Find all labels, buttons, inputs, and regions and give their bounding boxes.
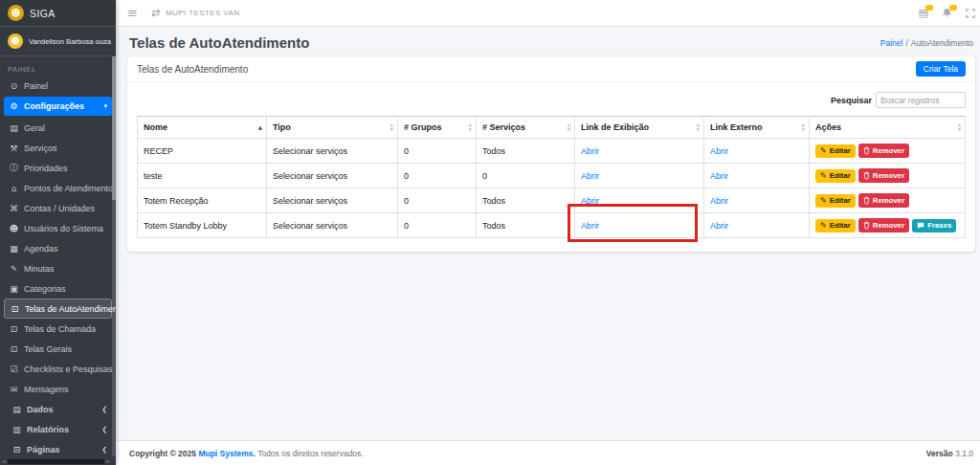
menu-toggle-icon[interactable]: ≡: [127, 7, 138, 19]
search-input[interactable]: [876, 92, 966, 108]
link-exibicao-abrir[interactable]: Abrir: [581, 221, 599, 231]
link-externo-abrir[interactable]: Abrir: [710, 146, 728, 156]
sidebar-item-usuarios-do-sistema[interactable]: ☻Usuários do Sistema: [4, 218, 112, 238]
column-header-tipo[interactable]: Tipo▲▼: [267, 117, 398, 139]
remover-button[interactable]: Remover: [858, 218, 909, 232]
column-label: Link de Exibição: [581, 122, 649, 132]
sidebar-menu: PAINEL⊙Painel⚙Configurações▾▤Geral⚒Servi…: [0, 56, 116, 459]
column-header-link-externo[interactable]: Link Externo▲▼: [704, 117, 810, 139]
breadcrumb-link-painel[interactable]: Painel: [880, 38, 903, 48]
sidebar-item-paginas[interactable]: ⊡Páginas❮: [4, 439, 112, 459]
sidebar-item-pontos-de-atendimento[interactable]: ⌂Pontos de Atendimento: [4, 178, 112, 198]
scrollbar-thumb[interactable]: [112, 56, 116, 200]
column-label: # Grupos: [404, 122, 442, 132]
editar-button[interactable]: ✎Editar: [815, 194, 856, 208]
sidebar-item-servicos[interactable]: ⚒Serviços: [4, 138, 112, 158]
column-header-nome[interactable]: Nome▲: [138, 117, 267, 139]
sidebar-item-label: Painel: [24, 81, 48, 91]
link-exibicao-abrir[interactable]: Abrir: [581, 146, 599, 156]
version-text: Versão 3.1.0: [926, 449, 973, 458]
sidebar-item-geral[interactable]: ▤Geral: [4, 118, 112, 138]
scrollbar-thumb[interactable]: [8, 459, 104, 464]
sidebar-item-painel[interactable]: ⊙Painel: [4, 77, 112, 95]
remover-button[interactable]: Remover: [858, 193, 909, 208]
fullscreen-button[interactable]: [966, 9, 975, 18]
breadcrumb-separator: /: [905, 38, 907, 48]
footer-brand-link[interactable]: Mupi Systems.: [198, 449, 256, 458]
column-header-link-de-exibicao[interactable]: Link de Exibição▲▼: [575, 117, 704, 139]
sidebar-horizontal-scrollbar[interactable]: [3, 458, 109, 464]
gear-icon: ⚙: [9, 101, 19, 111]
card-title: Telas de AutoAtendimento: [137, 64, 248, 75]
link-exibicao-abrir[interactable]: Abrir: [581, 196, 599, 206]
sidebar-item-telas-gerais[interactable]: ⊡Telas Gerais: [4, 339, 112, 359]
sidebar-item-configuracoes[interactable]: ⚙Configurações▾: [4, 97, 112, 116]
sidebar-item-checklists-e-pesquisas[interactable]: ☑Checklists e Pesquisas: [4, 359, 112, 379]
user-name: Vandeilson Barbosa ouza: [29, 37, 111, 46]
editar-button[interactable]: ✎Editar: [815, 219, 856, 232]
link-externo-abrir[interactable]: Abrir: [710, 196, 728, 206]
sidebar-item-telas-de-chamada[interactable]: ⊡Telas de Chamada: [4, 319, 112, 339]
copyright-prefix: Copyright © 2025: [129, 449, 196, 458]
notifications-button[interactable]: [942, 8, 952, 19]
column-header-grupos[interactable]: # Grupos▲▼: [398, 117, 477, 139]
link-externo-abrir[interactable]: Abrir: [710, 221, 728, 231]
search-label: Pesquisar: [831, 96, 872, 105]
scroll-left-arrow[interactable]: [3, 460, 6, 463]
sidebar-item-categorias[interactable]: ▣Categorias: [4, 278, 112, 299]
brand-link[interactable]: ☻ SIGA: [0, 0, 116, 27]
editar-button[interactable]: ✎Editar: [815, 169, 856, 183]
home-icon: ⌂: [9, 184, 19, 193]
sidebar-item-prioridades[interactable]: ⓘPrioridades: [4, 158, 112, 178]
sidebar-item-agendas[interactable]: ▦Agendas: [4, 238, 112, 258]
calendar-icon: ▦: [9, 244, 19, 254]
exchange-icon[interactable]: ⇄: [151, 8, 160, 18]
remover-button[interactable]: Remover: [858, 144, 909, 158]
tags-icon: ▣: [9, 284, 19, 294]
sidebar: ☻ SIGA ☻ Vandeilson Barbosa ouza PAINEL⊙…: [0, 0, 116, 465]
editar-button[interactable]: ✎Editar: [815, 144, 856, 158]
workspace-switcher[interactable]: ⇄ MUPI TESTES VAN: [151, 8, 240, 18]
button-label: Remover: [873, 197, 904, 205]
sidebar-item-label: Categorias: [24, 284, 66, 294]
column-label: Ações: [815, 122, 841, 132]
printer-icon: ▤: [9, 123, 19, 133]
chart-icon: ▥: [11, 425, 22, 434]
sidebar-item-label: Usuários do Sistema: [24, 224, 103, 233]
sidebar-item-contas-unidades[interactable]: ⌘Contas / Unidades: [4, 198, 112, 218]
card-body: Pesquisar Nome▲Tipo▲▼# Grupos▲▼# Serviço…: [127, 82, 975, 252]
frases-button[interactable]: Frases: [912, 219, 956, 232]
sidebar-item-minutas[interactable]: ✎Minutas: [4, 258, 112, 278]
sidebar-item-mensagens[interactable]: ✉Mensagens: [4, 379, 112, 399]
sidebar-item-label: Páginas: [27, 445, 60, 454]
remover-button[interactable]: Remover: [858, 168, 909, 183]
column-header-servicos[interactable]: # Serviços▲▼: [477, 117, 575, 139]
sidebar-item-relatorios[interactable]: ▥Relatórios❮: [4, 419, 112, 439]
user-panel[interactable]: ☻ Vandeilson Barbosa ouza: [0, 27, 116, 56]
sidebar-item-label: Mensagens: [24, 385, 69, 394]
tasks-button[interactable]: ▤: [919, 8, 928, 18]
cell-grupos: 0: [398, 213, 477, 238]
cell-link_externo: Abrir: [704, 188, 810, 213]
link-externo-abrir[interactable]: Abrir: [710, 171, 728, 181]
sidebar-item-dados[interactable]: ▤Dados❮: [4, 399, 112, 419]
column-header-acoes[interactable]: Ações▲▼: [810, 117, 966, 139]
create-screen-button[interactable]: Criar Tela: [916, 61, 966, 77]
sidebar-item-telas-de-autoatendimento[interactable]: ⊡Telas de AutoAtendimento: [4, 299, 112, 319]
cell-servicos: 0: [477, 164, 575, 188]
mail-icon: ✉: [9, 385, 19, 394]
chevron-down-icon: ▾: [103, 102, 107, 110]
database-icon: ▤: [11, 405, 22, 414]
column-label: Tipo: [273, 122, 291, 132]
link-exibicao-abrir[interactable]: Abrir: [581, 171, 599, 181]
cell-servicos: Todos: [477, 213, 575, 238]
scroll-right-arrow[interactable]: [106, 460, 109, 463]
cell-grupos: 0: [398, 164, 477, 188]
sort-icon: ▲▼: [390, 123, 393, 132]
sidebar-section-label: PAINEL: [4, 61, 112, 77]
sidebar-vertical-scrollbar[interactable]: [112, 56, 116, 456]
copyright-suffix: Todos os direitos reservados.: [257, 449, 364, 458]
cell-tipo: Selecionar serviços: [267, 164, 398, 188]
button-label: Frases: [927, 222, 951, 230]
button-label: Remover: [873, 172, 904, 180]
